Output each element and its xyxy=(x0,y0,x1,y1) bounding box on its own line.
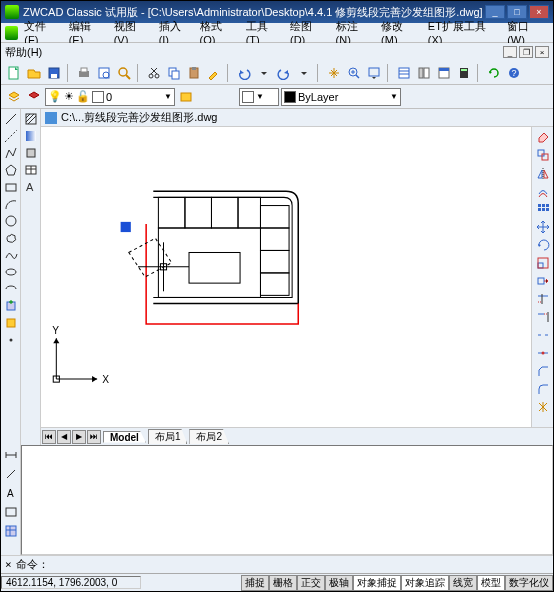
tab-next-button[interactable]: ▶ xyxy=(72,430,86,444)
explode-icon[interactable] xyxy=(535,399,551,415)
child-close-button[interactable]: × xyxy=(535,46,549,58)
find-icon[interactable] xyxy=(115,64,133,82)
zoom-realtime-icon[interactable] xyxy=(345,64,363,82)
construction-line-icon[interactable] xyxy=(3,128,19,144)
undo-icon[interactable] xyxy=(235,64,253,82)
match-prop-icon[interactable] xyxy=(205,64,223,82)
pan-icon[interactable] xyxy=(325,64,343,82)
refresh-icon[interactable] xyxy=(485,64,503,82)
dim-style-icon[interactable] xyxy=(3,504,19,520)
drawing-canvas[interactable]: X Y xyxy=(41,127,531,427)
layer-dropdown[interactable]: 💡 ☀ 🔓 0 ▼ xyxy=(45,88,175,106)
gradient-icon[interactable] xyxy=(23,128,39,144)
polar-toggle[interactable]: 极轴 xyxy=(325,575,353,591)
minimize-button[interactable]: _ xyxy=(485,5,505,19)
break-icon[interactable] xyxy=(535,327,551,343)
chamfer-icon[interactable] xyxy=(535,363,551,379)
offset-icon[interactable] xyxy=(535,183,551,199)
document-tab-title[interactable]: C:\...剪线段完善沙发组图形.dwg xyxy=(61,110,217,125)
ellipse-icon[interactable] xyxy=(3,264,19,280)
menu-help[interactable]: 帮助(H) xyxy=(5,45,42,60)
child-minimize-button[interactable]: _ xyxy=(503,46,517,58)
text-icon[interactable]: A xyxy=(3,485,19,501)
dim-linear-icon[interactable] xyxy=(3,447,19,463)
tab-layout2[interactable]: 布局2 xyxy=(189,429,229,444)
layer-states-icon[interactable] xyxy=(177,88,195,106)
region-icon[interactable] xyxy=(23,145,39,161)
move-icon[interactable] xyxy=(535,219,551,235)
lwt-toggle[interactable]: 线宽 xyxy=(449,575,477,591)
zoom-dropdown-icon[interactable] xyxy=(365,64,383,82)
osnap-toggle[interactable]: 对象捕捉 xyxy=(353,575,401,591)
spline-icon[interactable] xyxy=(3,247,19,263)
svg-rect-47 xyxy=(27,149,35,157)
app-menu-icon[interactable] xyxy=(5,26,18,40)
hatch-icon[interactable] xyxy=(23,111,39,127)
copy-icon[interactable] xyxy=(165,64,183,82)
trim-icon[interactable] xyxy=(535,291,551,307)
circle-icon[interactable] xyxy=(3,213,19,229)
point-icon[interactable] xyxy=(3,332,19,348)
help-icon[interactable]: ? xyxy=(505,64,523,82)
polygon-icon[interactable] xyxy=(3,162,19,178)
arc-icon[interactable] xyxy=(3,196,19,212)
svg-point-38 xyxy=(6,269,16,275)
redo-dropdown-icon[interactable] xyxy=(295,64,313,82)
paste-icon[interactable] xyxy=(185,64,203,82)
cut-icon[interactable] xyxy=(145,64,163,82)
erase-icon[interactable] xyxy=(535,129,551,145)
dim-aligned-icon[interactable] xyxy=(3,466,19,482)
snap-toggle[interactable]: 捕捉 xyxy=(241,575,269,591)
save-icon[interactable] xyxy=(45,64,63,82)
tablet-toggle[interactable]: 数字化仪 xyxy=(505,575,553,591)
new-icon[interactable] xyxy=(5,64,23,82)
mtext-icon[interactable]: A xyxy=(23,179,39,195)
array-icon[interactable] xyxy=(535,201,551,217)
scale-icon[interactable] xyxy=(535,255,551,271)
tab-model[interactable]: Model xyxy=(103,431,146,443)
polyline-icon[interactable] xyxy=(3,145,19,161)
table-icon[interactable] xyxy=(23,162,39,178)
tool-palettes-icon[interactable] xyxy=(435,64,453,82)
maximize-button[interactable]: □ xyxy=(507,5,527,19)
copy-obj-icon[interactable] xyxy=(535,147,551,163)
join-icon[interactable] xyxy=(535,345,551,361)
properties-icon[interactable] xyxy=(395,64,413,82)
tab-layout1[interactable]: 布局1 xyxy=(148,429,188,444)
mirror-icon[interactable] xyxy=(535,165,551,181)
linetype-dropdown[interactable]: ByLayer ▼ xyxy=(281,88,401,106)
model-toggle[interactable]: 模型 xyxy=(477,575,505,591)
otrack-toggle[interactable]: 对象追踪 xyxy=(401,575,449,591)
line-icon[interactable] xyxy=(3,111,19,127)
insert-block-icon[interactable] xyxy=(3,298,19,314)
layer-prev-icon[interactable] xyxy=(25,88,43,106)
fillet-icon[interactable] xyxy=(535,381,551,397)
calculator-icon[interactable] xyxy=(455,64,473,82)
grid-toggle[interactable]: 栅格 xyxy=(269,575,297,591)
svg-rect-42 xyxy=(26,114,36,124)
ortho-toggle[interactable]: 正交 xyxy=(297,575,325,591)
print-icon[interactable] xyxy=(75,64,93,82)
table-tool-icon[interactable] xyxy=(3,523,19,539)
tab-prev-button[interactable]: ◀ xyxy=(57,430,71,444)
close-button[interactable]: × xyxy=(529,5,549,19)
design-center-icon[interactable] xyxy=(415,64,433,82)
revcloud-icon[interactable] xyxy=(3,230,19,246)
redo-icon[interactable] xyxy=(275,64,293,82)
color-dropdown[interactable]: ▼ xyxy=(239,88,279,106)
stretch-icon[interactable] xyxy=(535,273,551,289)
ellipse-arc-icon[interactable] xyxy=(3,281,19,297)
command-line[interactable]: × 命令： xyxy=(1,555,553,573)
layer-manager-icon[interactable] xyxy=(5,88,23,106)
print-preview-icon[interactable] xyxy=(95,64,113,82)
rotate-icon[interactable] xyxy=(535,237,551,253)
tab-first-button[interactable]: ⏮ xyxy=(42,430,56,444)
undo-dropdown-icon[interactable] xyxy=(255,64,273,82)
rectangle-icon[interactable] xyxy=(3,179,19,195)
make-block-icon[interactable] xyxy=(3,315,19,331)
extend-icon[interactable] xyxy=(535,309,551,325)
command-history[interactable] xyxy=(21,445,553,555)
tab-last-button[interactable]: ⏭ xyxy=(87,430,101,444)
child-restore-button[interactable]: ❐ xyxy=(519,46,533,58)
open-icon[interactable] xyxy=(25,64,43,82)
